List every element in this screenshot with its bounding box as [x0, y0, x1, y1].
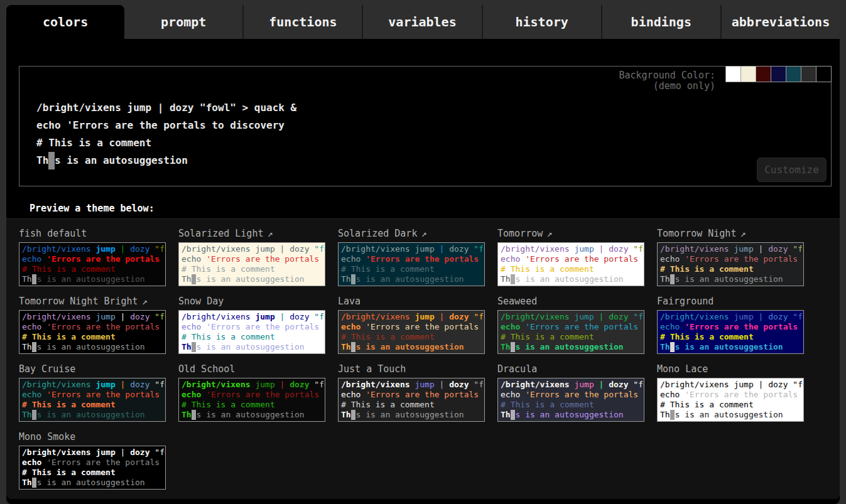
token-string: 'Errors are the portals to discovery	[67, 119, 285, 131]
theme-card[interactable]: Fairground /bright/vixens jump | dozy "f…	[657, 295, 804, 354]
tab-prompt[interactable]: prompt	[124, 5, 242, 39]
token-comment: # This is a comment	[22, 332, 116, 341]
external-link-arrow-icon[interactable]: ↗	[142, 296, 148, 307]
token-sugg: s is an autosuggestion	[36, 274, 144, 284]
token-jump: jump	[127, 102, 152, 114]
tab-history[interactable]: history	[482, 5, 601, 39]
theme-preview-box: /bright/vixens jump | dozy "fowl" > quac…	[657, 242, 804, 286]
token-path: /bright/vixens	[501, 312, 574, 321]
theme-card[interactable]: Tomorrow↗ /bright/vixens jump | dozy "fo…	[497, 227, 644, 286]
token-string: 'Errors are the portals to discovery	[206, 390, 325, 399]
sample-line: This is an autosuggestion	[660, 342, 801, 352]
theme-card[interactable]: Lava /bright/vixens jump | dozy "fowl" >…	[338, 295, 485, 354]
token-string: 'Errors are the portals to discovery	[46, 390, 166, 399]
token-sugg: s is an autosuggestion	[675, 342, 783, 351]
token-path: /bright/vixens	[22, 312, 95, 321]
sample-line: echo 'Errors are the portals to discover…	[501, 390, 641, 400]
background-color-swatch[interactable]	[786, 66, 801, 82]
tab-bindings[interactable]: bindings	[601, 5, 720, 39]
token-comment: # This is a comment	[341, 332, 435, 341]
token-pipe: |	[116, 380, 130, 389]
background-color-swatch-row	[726, 66, 832, 82]
theme-preview-box: /bright/vixens jump | dozy "fowl" > quac…	[497, 310, 644, 354]
token-pipe: |	[116, 448, 130, 457]
external-link-arrow-icon[interactable]: ↗	[421, 228, 426, 239]
theme-card[interactable]: Solarized Light↗ /bright/vixens jump | d…	[178, 227, 325, 286]
theme-name: Solarized Dark	[338, 228, 417, 239]
theme-name: Seaweed	[497, 296, 537, 307]
token-echo: echo	[341, 390, 366, 399]
tab-functions[interactable]: functions	[242, 5, 362, 39]
token-comment: # This is a comment	[501, 400, 594, 409]
token-dozy: dozy	[130, 244, 149, 254]
background-color-swatch[interactable]	[725, 66, 741, 82]
token-typed: Th	[182, 342, 192, 351]
token-path: /bright/vixens	[182, 244, 255, 254]
theme-card[interactable]: Seaweed /bright/vixens jump | dozy "fowl…	[497, 295, 644, 354]
token-rest: "fowl" > quack &	[788, 312, 804, 321]
background-color-swatch[interactable]	[756, 66, 771, 82]
background-color-swatch[interactable]	[816, 66, 832, 82]
token-comment: # This is a comment	[182, 264, 275, 274]
theme-card[interactable]: Snow Day /bright/vixens jump | dozy "fow…	[178, 295, 325, 354]
sample-line: This is an autosuggestion	[341, 342, 482, 352]
background-color-label: Background Color: (demo only)	[619, 70, 715, 92]
token-typed: Th	[341, 342, 351, 351]
token-typed: Th	[660, 274, 670, 284]
external-link-arrow-icon[interactable]: ↗	[546, 228, 552, 239]
token-string: 'Errors are the portals to discovery	[525, 254, 644, 264]
token-jump: jump	[95, 312, 115, 321]
background-color-swatch[interactable]	[801, 66, 816, 82]
sample-line: /bright/vixens jump | dozy "fowl" > quac…	[36, 99, 296, 117]
theme-card[interactable]: fish default /bright/vixens jump | dozy …	[19, 227, 166, 286]
theme-card[interactable]: Mono Smoke /bright/vixens jump | dozy "f…	[19, 431, 166, 490]
token-jump: jump	[415, 312, 434, 321]
token-sugg: s is an autosuggestion	[196, 342, 304, 351]
sample-line: This is an autosuggestion	[182, 342, 322, 352]
token-sugg: s is an autosuggestion	[515, 274, 623, 284]
tab-abbreviations[interactable]: abbreviations	[720, 5, 840, 39]
token-typed: Th	[182, 274, 192, 284]
token-string: 'Errors are the portals to discovery	[46, 458, 166, 467]
token-jump: jump	[574, 312, 594, 321]
background-color-swatch[interactable]	[740, 66, 756, 82]
background-color-swatch[interactable]	[771, 66, 786, 82]
token-string: 'Errors are the portals to discovery	[366, 322, 485, 331]
theme-card[interactable]: Tomorrow Night Bright↗ /bright/vixens ju…	[19, 295, 166, 354]
theme-card[interactable]: Dracula /bright/vixens jump | dozy "fowl…	[497, 363, 644, 422]
token-comment: # This is a comment	[660, 264, 754, 274]
theme-card[interactable]: Solarized Dark↗ /bright/vixens jump | do…	[338, 227, 485, 286]
token-jump: jump	[95, 244, 115, 254]
token-jump: jump	[255, 244, 274, 254]
theme-card[interactable]: Mono Lace /bright/vixens jump | dozy "fo…	[657, 363, 804, 422]
themes-heading: Preview a theme below:	[30, 203, 155, 214]
sample-line: echo 'Errors are the portals to discover…	[22, 322, 163, 332]
theme-card[interactable]: Old School /bright/vixens jump | dozy "f…	[178, 363, 325, 422]
theme-card[interactable]: Tomorrow Night↗ /bright/vixens jump | do…	[657, 227, 804, 286]
token-pipe: |	[594, 380, 609, 389]
token-path: /bright/vixens	[182, 380, 255, 389]
sample-line: echo 'Errors are the portals to discover…	[182, 390, 322, 400]
token-dozy: dozy	[609, 312, 628, 321]
sample-line: # This is a comment	[341, 332, 482, 342]
token-dozy: dozy	[768, 380, 788, 389]
tab-colors[interactable]: colors	[6, 5, 124, 39]
theme-card[interactable]: Bay Cruise /bright/vixens jump | dozy "f…	[19, 363, 166, 422]
sample-line: # This is a comment	[182, 332, 322, 342]
theme-card[interactable]: Just a Touch /bright/vixens jump | dozy …	[338, 363, 485, 422]
token-dozy: dozy	[449, 312, 469, 321]
sample-line: /bright/vixens jump | dozy "fowl" > quac…	[341, 312, 482, 322]
token-pipe: |	[116, 244, 130, 254]
theme-preview-box: /bright/vixens jump | dozy "fowl" > quac…	[338, 310, 485, 354]
external-link-arrow-icon[interactable]: ↗	[740, 228, 746, 239]
tab-bar: colorspromptfunctionsvariableshistorybin…	[0, 0, 846, 39]
token-pipe: |	[275, 244, 290, 254]
customize-button[interactable]: Customize	[757, 158, 827, 182]
token-echo: echo	[22, 390, 46, 399]
token-comment: # This is a comment	[501, 264, 594, 274]
external-link-arrow-icon[interactable]: ↗	[267, 228, 273, 239]
tab-variables[interactable]: variables	[362, 5, 481, 39]
theme-name: Dracula	[497, 363, 537, 375]
token-dozy: dozy	[290, 380, 309, 389]
theme-preview-box: /bright/vixens jump | dozy "fowl" > quac…	[657, 378, 804, 422]
